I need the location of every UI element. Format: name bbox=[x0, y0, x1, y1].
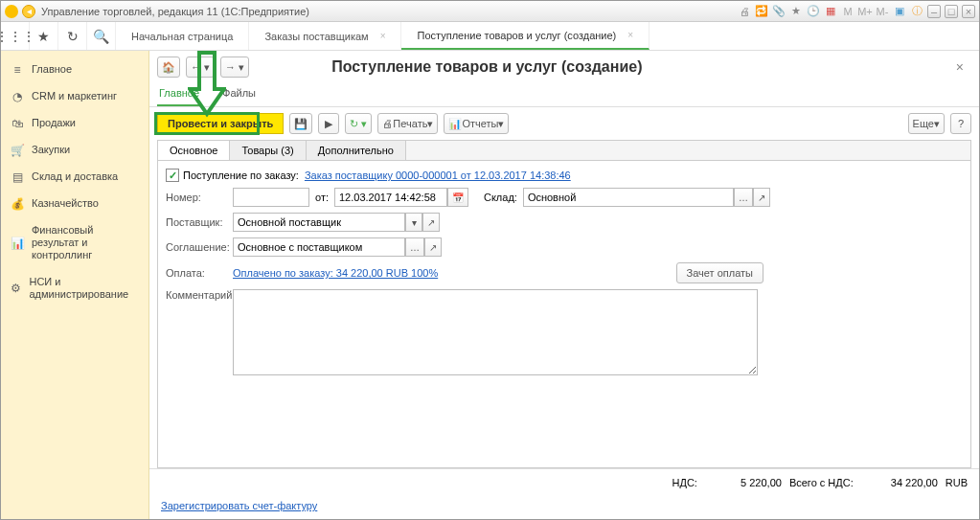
subtab-files[interactable]: Файлы bbox=[220, 83, 258, 106]
app-logo bbox=[5, 5, 18, 18]
gear-icon: ⚙ bbox=[11, 282, 21, 295]
close-page-icon[interactable]: × bbox=[956, 59, 964, 75]
select-icon[interactable]: … bbox=[734, 188, 753, 207]
tool-icon[interactable]: ★ bbox=[789, 5, 803, 18]
sidebar-item-warehouse[interactable]: ▤Склад и доставка bbox=[1, 164, 148, 191]
nav-back-button[interactable]: ← ▾ bbox=[186, 57, 215, 78]
titlebar-tools: 🖨 🔁 📎 ★ 🕒 ▦ M M+ M- ▣ ⓘ – □ × bbox=[738, 5, 975, 18]
tool-icon[interactable]: ▦ bbox=[824, 5, 837, 18]
date-input[interactable] bbox=[334, 188, 447, 207]
footer: НДС: 5 220,00 Всего с НДС: 34 220,00 RUB bbox=[149, 468, 979, 496]
select-icon[interactable]: … bbox=[405, 237, 424, 257]
window-title: Управление торговлей, редакция 11 (1С:Пр… bbox=[41, 6, 738, 17]
apps-icon[interactable]: ⋮⋮⋮ bbox=[1, 22, 30, 50]
tab-close-icon[interactable]: × bbox=[627, 30, 633, 40]
tool-icon[interactable]: M- bbox=[876, 5, 889, 18]
fill-button[interactable]: ↻ ▾ bbox=[345, 113, 372, 134]
total-value: 34 220,00 bbox=[861, 477, 938, 488]
minimize-button[interactable]: – bbox=[927, 5, 941, 18]
sidebar-item-sales[interactable]: 🛍Продажи bbox=[1, 110, 148, 137]
tool-icon[interactable]: M+ bbox=[858, 5, 872, 18]
agreement-label: Соглашение: bbox=[166, 241, 233, 253]
order-link[interactable]: Заказ поставщику 0000-000001 от 12.03.20… bbox=[305, 170, 571, 181]
tab-orders[interactable]: Заказы поставщикам× bbox=[249, 22, 401, 50]
form: ✓ Поступление по заказу: Заказ поставщик… bbox=[157, 160, 971, 468]
offset-button[interactable]: Зачет оплаты bbox=[676, 262, 763, 283]
inner-tab-goods[interactable]: Товары (3) bbox=[230, 141, 306, 160]
tab-bar: ⋮⋮⋮ ★ ↻ 🔍 Начальная страница Заказы пост… bbox=[1, 22, 979, 51]
more-button[interactable]: Еще ▾ bbox=[908, 113, 945, 134]
tool-icon[interactable]: 🕒 bbox=[807, 5, 820, 18]
nav-home-button[interactable]: 🏠 bbox=[157, 57, 180, 78]
tab-close-icon[interactable]: × bbox=[380, 31, 386, 41]
dropdown-icon[interactable]: ▾ bbox=[405, 213, 422, 232]
history-icon[interactable]: ↻ bbox=[58, 22, 87, 50]
save-button[interactable]: 💾 bbox=[289, 113, 312, 134]
star-icon[interactable]: ★ bbox=[30, 22, 58, 50]
stack-icon: ▤ bbox=[11, 170, 24, 184]
sidebar-item-purchases[interactable]: 🛒Закупки bbox=[1, 137, 148, 164]
sidebar-item-crm[interactable]: ◔CRM и маркетинг bbox=[1, 83, 148, 110]
bag-icon: 🛍 bbox=[11, 117, 24, 130]
titlebar: ◂ Управление торговлей, редакция 11 (1С:… bbox=[1, 1, 979, 22]
vat-label: НДС: bbox=[672, 477, 697, 488]
maximize-button[interactable]: □ bbox=[945, 5, 958, 18]
payment-label: Оплата: bbox=[166, 267, 233, 279]
pie-icon: ◔ bbox=[11, 90, 24, 103]
open-icon[interactable]: ↗ bbox=[753, 188, 770, 207]
post-and-close-button[interactable]: Провести и закрыть bbox=[157, 113, 284, 134]
cart-icon: 🛒 bbox=[11, 144, 24, 157]
inner-tabs: Основное Товары (3) Дополнительно bbox=[157, 140, 971, 160]
action-bar: Провести и закрыть 💾 ▶ ↻ ▾ 🖨 Печать ▾ 📊 … bbox=[149, 107, 979, 140]
warehouse-label: Склад: bbox=[484, 192, 517, 203]
open-icon[interactable]: ↗ bbox=[424, 237, 442, 257]
date-label: от: bbox=[315, 192, 329, 203]
currency-label: RUB bbox=[946, 477, 968, 488]
content: 🏠 ← ▾ → ▾ Поступление товаров и услуг (с… bbox=[149, 51, 979, 519]
sidebar-item-treasury[interactable]: 💰Казначейство bbox=[1, 191, 148, 217]
page-title: Поступление товаров и услуг (создание) bbox=[331, 58, 642, 76]
tool-icon[interactable]: ▣ bbox=[893, 5, 906, 18]
help-button[interactable]: ? bbox=[950, 113, 971, 134]
subtab-main[interactable]: Главное bbox=[157, 83, 201, 106]
sidebar-item-admin[interactable]: ⚙НСИ и администрирование bbox=[1, 269, 148, 307]
post-button[interactable]: ▶ bbox=[318, 113, 339, 134]
help-icon[interactable]: ⓘ bbox=[910, 5, 923, 18]
supplier-label: Поставщик: bbox=[166, 216, 233, 228]
sidebar: ≡Главное ◔CRM и маркетинг 🛍Продажи 🛒Заку… bbox=[1, 51, 149, 519]
vat-value: 5 220,00 bbox=[705, 477, 782, 488]
order-checkbox[interactable]: ✓ bbox=[166, 169, 179, 182]
reports-button[interactable]: 📊 Отчеты ▾ bbox=[444, 113, 509, 134]
home-icon: ≡ bbox=[11, 63, 24, 77]
warehouse-input[interactable] bbox=[523, 188, 734, 207]
comment-input[interactable] bbox=[233, 289, 758, 375]
payment-link[interactable]: Оплачено по заказу: 34 220,00 RUB 100% bbox=[233, 267, 438, 279]
supplier-input[interactable] bbox=[233, 213, 405, 232]
print-button[interactable]: 🖨 Печать ▾ bbox=[377, 113, 438, 134]
tab-home[interactable]: Начальная страница bbox=[116, 22, 249, 50]
back-button[interactable]: ◂ bbox=[22, 5, 35, 18]
open-icon[interactable]: ↗ bbox=[422, 213, 440, 232]
comment-label: Комментарий: bbox=[166, 289, 233, 301]
chart-icon: 📊 bbox=[11, 237, 24, 250]
close-button[interactable]: × bbox=[962, 5, 975, 18]
total-label: Всего с НДС: bbox=[789, 477, 854, 488]
tool-icon[interactable]: 🔁 bbox=[755, 5, 768, 18]
tool-icon[interactable]: M bbox=[841, 5, 855, 18]
agreement-input[interactable] bbox=[233, 237, 405, 257]
sidebar-item-finance[interactable]: 📊Финансовый результат и контроллинг bbox=[1, 217, 148, 269]
sidebar-item-main[interactable]: ≡Главное bbox=[1, 57, 148, 83]
tool-icon[interactable]: 📎 bbox=[772, 5, 786, 18]
inner-tab-extra[interactable]: Дополнительно bbox=[307, 141, 406, 160]
tool-icon[interactable]: 🖨 bbox=[738, 5, 751, 18]
nav-fwd-button[interactable]: → ▾ bbox=[220, 57, 249, 78]
tab-receipt[interactable]: Поступление товаров и услуг (создание)× bbox=[401, 22, 650, 50]
calendar-icon[interactable]: 📅 bbox=[447, 188, 468, 207]
search-icon[interactable]: 🔍 bbox=[87, 22, 116, 50]
number-input[interactable] bbox=[233, 188, 309, 207]
order-label: Поступление по заказу: bbox=[183, 170, 299, 181]
register-invoice-link[interactable]: Зарегистрировать счет-фактуру bbox=[161, 500, 317, 511]
number-label: Номер: bbox=[166, 192, 233, 203]
inner-tab-main[interactable]: Основное bbox=[158, 141, 230, 160]
money-icon: 💰 bbox=[11, 197, 24, 211]
